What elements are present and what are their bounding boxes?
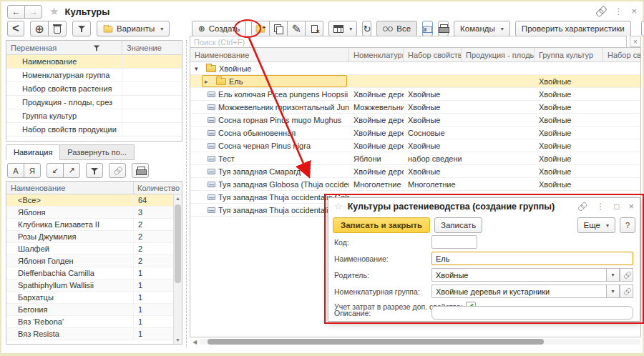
table-row[interactable]: Туя западная Смарагд Хвойные дерев... Хв…: [190, 165, 640, 178]
close-icon[interactable]: ×: [628, 201, 634, 212]
sort-desc-button[interactable]: Я: [24, 163, 41, 178]
horizontal-scrollbar[interactable]: ◀: [190, 338, 640, 345]
collapse-all-button[interactable]: ↙: [47, 163, 64, 178]
check-characteristics-button[interactable]: Проверить характеристики: [515, 21, 631, 36]
parameter-row[interactable]: Наименование: [6, 55, 182, 69]
tree-expand-icon[interactable]: [195, 65, 203, 72]
scroll-up-icon[interactable]: ▲: [174, 194, 182, 202]
nav-row[interactable]: Розы Джумилия 2: [6, 231, 173, 243]
more-menu-icon[interactable]: ⋮: [614, 6, 623, 16]
more-menu-icon[interactable]: ⋮: [596, 202, 605, 212]
scroll-down-icon[interactable]: ▼: [174, 336, 182, 344]
search-input[interactable]: [190, 36, 627, 48]
nav-row[interactable]: <Все> 64: [6, 194, 173, 207]
filter-button[interactable]: [72, 21, 91, 36]
copy-button[interactable]: [269, 21, 288, 36]
column-header[interactable]: Набор свойств ...: [404, 48, 462, 61]
edit-button[interactable]: ✎: [287, 21, 306, 36]
column-header-variable[interactable]: Переменная: [6, 41, 122, 54]
nomgroup-input[interactable]: Хвойные деревья и кустарники: [431, 285, 606, 298]
scroll-left-icon[interactable]: ◀: [190, 339, 199, 345]
maximize-icon[interactable]: □: [614, 202, 619, 212]
parameter-row[interactable]: Набор свойств растения: [6, 82, 182, 96]
filter-applied-icon[interactable]: [93, 44, 100, 51]
description-input[interactable]: [431, 306, 633, 320]
column-settings-button[interactable]: ▾: [328, 21, 357, 36]
table-row[interactable]: Хвойные: [190, 62, 640, 75]
favorite-star-icon[interactable]: ★: [49, 5, 59, 18]
nav-row[interactable]: Вяз Resista 1: [6, 328, 173, 340]
get-link-icon[interactable]: [594, 4, 607, 17]
print-button[interactable]: [438, 21, 449, 36]
dropdown-button[interactable]: ▾: [606, 268, 620, 282]
mark-delete-button[interactable]: [305, 21, 323, 36]
dialog-more-button[interactable]: Еще▾: [577, 217, 615, 233]
collapse-panel-button[interactable]: <: [7, 21, 24, 36]
parameter-row[interactable]: Набор свойств продукции: [6, 123, 182, 137]
more-button[interactable]: Еще▾: [641, 21, 644, 36]
help-button[interactable]: ?: [620, 217, 635, 233]
create-group-button[interactable]: [251, 21, 270, 36]
table-row[interactable]: Сосна черная Pinus nigra Хвойные дерев..…: [190, 139, 640, 152]
table-row[interactable]: Туя западная Globosa (Thuja occidentalis…: [190, 178, 640, 191]
search-clear-button[interactable]: ×: [630, 36, 641, 47]
save-button[interactable]: Записать: [434, 217, 482, 233]
nav-filter-button[interactable]: [86, 163, 103, 178]
parameter-row[interactable]: Группа культур: [6, 109, 182, 123]
table-row[interactable]: Тест Яблони набор сведений Хвойные: [190, 152, 640, 165]
forward-button[interactable]: →: [24, 5, 42, 19]
table-row[interactable]: Можжевельник горизонтальный Juniperus ho…: [190, 101, 640, 114]
column-header[interactable]: Наименование: [190, 48, 349, 61]
nav-row[interactable]: Dieffenbachia Camilla 1: [6, 267, 173, 280]
tree-expand-icon[interactable]: [205, 78, 213, 85]
panel-splitter[interactable]: [186, 40, 187, 347]
nav-scrollbar[interactable]: ▲ ▼: [173, 194, 182, 344]
nav-row[interactable]: Бархатцы 1: [6, 292, 173, 304]
sort-asc-button[interactable]: А: [7, 163, 24, 178]
tab-navigation[interactable]: Навигация: [6, 144, 60, 160]
column-header-count[interactable]: Количество: [134, 184, 182, 192]
delete-button[interactable]: [48, 21, 67, 36]
table-row[interactable]: Ель Хвойные: [190, 75, 640, 88]
parameter-row[interactable]: Номенклатурная группа: [6, 69, 182, 82]
nav-row[interactable]: Шалфей 2: [6, 243, 173, 255]
column-header[interactable]: Группа культур: [535, 48, 603, 61]
table-row[interactable]: Ель колючая Picea pungens Hoopsii Хвойны…: [190, 88, 640, 101]
nav-row[interactable]: Вяз 'Rebona' 1: [6, 316, 173, 328]
close-icon[interactable]: ×: [631, 6, 637, 16]
expand-all-button[interactable]: ↗: [63, 163, 80, 178]
nav-row[interactable]: Яблоня 3: [6, 207, 173, 219]
save-close-button[interactable]: Записать и закрыть: [333, 217, 430, 233]
tab-expand-by[interactable]: Развернуть по...: [59, 144, 135, 160]
back-button[interactable]: ←: [7, 5, 25, 19]
commands-button[interactable]: Команды▾: [454, 21, 510, 36]
nav-print-button[interactable]: [132, 163, 149, 178]
open-link-button[interactable]: [620, 268, 633, 282]
nav-link-button[interactable]: [109, 163, 126, 178]
table-row[interactable]: Сосна горная Pinus mugo Mughus Хвойные д…: [190, 114, 640, 127]
add-button[interactable]: ⊕: [30, 21, 49, 36]
get-link-icon[interactable]: [576, 201, 587, 212]
code-input[interactable]: [431, 235, 477, 249]
column-header[interactable]: Набор свойств п..: [603, 48, 641, 61]
favorite-star-icon[interactable]: ☆: [334, 201, 343, 212]
nav-row[interactable]: Spathiphyllum Wallisii 1: [6, 280, 173, 292]
pin-panel-button[interactable]: [422, 21, 433, 36]
column-header-name[interactable]: Наименование: [6, 182, 134, 194]
name-input[interactable]: Ель: [431, 252, 633, 265]
column-header[interactable]: Продукция - плоды, срез: [462, 48, 535, 61]
parameter-row[interactable]: Продукция - плоды, срез: [6, 96, 182, 109]
variants-button[interactable]: Варианты ▾: [97, 21, 170, 36]
scrollbar-thumb[interactable]: [175, 204, 181, 283]
nav-row[interactable]: Бегония 1: [6, 304, 173, 316]
parent-input[interactable]: Хвойные: [431, 268, 606, 282]
scrollbar-thumb[interactable]: [208, 339, 544, 345]
column-header-value[interactable]: Значение: [122, 44, 182, 52]
create-button[interactable]: ⊕ Создать: [192, 21, 246, 36]
nav-row[interactable]: Яблоня Голден 2: [6, 255, 173, 267]
access-all-button[interactable]: Все: [376, 21, 417, 36]
table-row[interactable]: Сосна обыкновенная Хвойные дерев... Сосн…: [190, 127, 640, 139]
nav-row[interactable]: Клубника Елизавета II 2: [6, 219, 173, 231]
refresh-button[interactable]: ↻: [362, 21, 371, 36]
open-link-button[interactable]: [620, 285, 633, 298]
